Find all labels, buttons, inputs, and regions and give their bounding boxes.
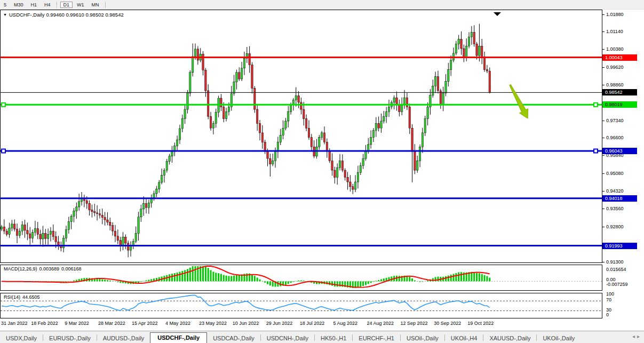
timeframe-button-h4[interactable]: H4	[41, 2, 54, 8]
tab-usdx-daily[interactable]: USDX,Daily	[0, 333, 43, 343]
price-chart-panel[interactable]	[0, 10, 602, 263]
tab-hk50-h1[interactable]: HK50-,H1	[315, 333, 352, 343]
price-tick-label: 0.94320	[606, 188, 624, 194]
timeframe-button-m30[interactable]: M30	[11, 2, 27, 8]
tab-eurusd-daily[interactable]: EURUSD-,Daily	[43, 333, 97, 343]
chart-title: ▼USDCHF-,Daily0.99460 0.99610 0.98502 0.…	[3, 12, 125, 18]
date-label: 9 Mar 2022	[65, 321, 89, 326]
date-label: 24 Aug 2022	[367, 321, 394, 326]
date-label: 10 Jun 2022	[233, 321, 259, 326]
rsi-chart	[1, 293, 602, 318]
macd-panel[interactable]	[0, 265, 602, 291]
price-tick-label: 0.92800	[606, 224, 624, 229]
macd-signal-value: 0.006168	[61, 266, 82, 272]
price-tick-label: 0.96600	[606, 135, 624, 140]
macd-chart	[1, 265, 602, 290]
line-handle[interactable]	[594, 149, 598, 153]
price-tick	[602, 49, 605, 50]
price-tick	[602, 191, 605, 192]
rsi-value: 44.6505	[22, 294, 40, 300]
price-tick	[602, 85, 605, 85]
tab-usdcad-daily[interactable]: USDCAD-,Daily	[207, 333, 260, 343]
price-tick-label: 1.00380	[606, 46, 624, 52]
price-tick-label: 0.95080	[606, 171, 624, 176]
price-tick	[602, 67, 605, 68]
tab-ukoil-h4[interactable]: UKOil-,H4	[445, 333, 483, 343]
tab-scroll-right-icon[interactable]: ▸	[637, 333, 642, 339]
rsi-axis-label: 100	[606, 291, 614, 297]
rsi-axis-label: 0	[606, 312, 609, 317]
down-arrow-annotation[interactable]	[510, 84, 528, 118]
date-label: 23 May 2022	[199, 321, 227, 326]
macd-axis-label: 0.015654	[606, 267, 626, 272]
line-handle[interactable]	[2, 103, 5, 107]
tab-usdcnh-daily[interactable]: USDCNH-,Daily	[261, 333, 314, 343]
line-handle[interactable]	[2, 149, 5, 153]
rsi-label: RSI(14)44.6505	[4, 294, 42, 300]
tab-xauusd-daily[interactable]: XAUUSD-,Daily	[483, 333, 536, 343]
toolbar-separator	[105, 2, 106, 8]
price-tick	[602, 121, 605, 121]
toolbar-separator	[57, 2, 58, 8]
tab-ukoil-daily[interactable]: UKOil-,Daily	[537, 333, 581, 343]
macd-label: MACD(12,26,9)0.0036890.006168	[4, 266, 84, 272]
tab-scroll-left-icon[interactable]: ◂	[632, 333, 637, 339]
price-badge-1.00043: 1.00043	[602, 54, 637, 61]
price-badge-0.96043: 0.96043	[602, 148, 637, 154]
price-tick	[602, 209, 605, 209]
trading-app-window: 5M30H1H4D1W1MN ▼USDCHF-,Daily0.99460 0.9…	[0, 0, 644, 343]
price-tick	[602, 173, 605, 174]
date-label: 12 Sep 2022	[400, 321, 427, 326]
macd-main-value: 0.003689	[39, 266, 60, 272]
price-tick-label: 0.93560	[606, 206, 624, 211]
price-tick	[602, 227, 605, 227]
date-label: 18 Feb 2022	[31, 321, 58, 326]
date-label: 31 Jan 2022	[1, 321, 28, 326]
price-badge-0.94018: 0.94018	[602, 195, 637, 202]
price-tick-label: 0.98860	[606, 82, 624, 87]
price-tick-label: 0.97340	[606, 118, 624, 123]
chart-symbol-label: USDCHF-,Daily	[9, 12, 45, 18]
price-badge-0.91993: 0.91993	[602, 243, 637, 249]
price-tick	[602, 138, 605, 138]
tab-eurchf-h1[interactable]: EURCHF-,H1	[353, 333, 400, 343]
rsi-name: RSI(14)	[4, 294, 20, 300]
candles	[1, 24, 490, 258]
line-handle[interactable]	[594, 103, 598, 107]
price-tick-label: 0.91300	[606, 259, 624, 265]
chart-ohlc-values: 0.99460 0.99610 0.98502 0.98542	[46, 12, 123, 18]
date-label: 5 Aug 2022	[333, 321, 358, 326]
date-label: 4 May 2022	[165, 321, 190, 326]
tab-audusd-daily[interactable]: AUDUSD-,Daily	[97, 333, 150, 343]
date-label: 30 Sep 2022	[434, 321, 461, 326]
rsi-line	[2, 295, 490, 310]
date-label: 15 Apr 2022	[132, 321, 158, 326]
tab-usdchf-daily[interactable]: USDCHF-,Daily	[150, 332, 207, 343]
price-tick	[602, 262, 605, 262]
price-tick-label: 0.99620	[606, 65, 624, 70]
date-label: 19 Oct 2022	[467, 321, 494, 326]
chart-dropdown-icon[interactable]: ▼	[3, 13, 7, 17]
timeframe-button-mn[interactable]: MN	[89, 2, 102, 8]
timeframe-button-h1[interactable]: H1	[28, 2, 41, 8]
timeframe-button-d1[interactable]: D1	[60, 2, 73, 8]
candlestick-chart[interactable]	[1, 10, 602, 262]
macd-name: MACD(12,26,9)	[4, 266, 37, 272]
price-tick	[602, 155, 605, 156]
price-tick-label: 1.01880	[606, 12, 624, 17]
price-badge-0.98019: 0.98019	[602, 101, 637, 108]
tab-usoil-daily[interactable]: USOil-,Daily	[401, 333, 444, 343]
chart-shift-marker-icon[interactable]	[494, 12, 501, 16]
timeframe-toolbar: 5M30H1H4D1W1MN	[0, 0, 644, 10]
timeframe-button-w1[interactable]: W1	[74, 2, 88, 8]
price-tick	[602, 14, 605, 15]
rsi-panel[interactable]	[0, 293, 602, 318]
rsi-axis-label: 70	[606, 297, 611, 302]
macd-axis-label: -0.007259	[606, 282, 628, 287]
date-label: 28 Mar 2022	[98, 321, 125, 326]
date-label: 18 Jul 2022	[300, 321, 325, 326]
tab-scroll-arrows[interactable]: ◂▸	[632, 333, 642, 339]
price-badge-0.98542: 0.98542	[602, 89, 637, 95]
date-label: 29 Jun 2022	[266, 321, 293, 326]
timeframe-button-5[interactable]: 5	[1, 2, 10, 8]
